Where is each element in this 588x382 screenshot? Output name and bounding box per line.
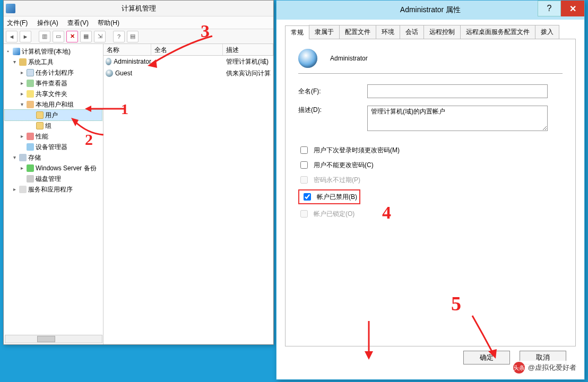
expand-icon[interactable]: ▸: [19, 78, 25, 89]
tree-pane[interactable]: ▪ 计算机管理(本地) ▾ 系统工具 ▸ 任务计划程序 ▸ 事件查看器 ▸: [4, 44, 103, 344]
check-label: 密码永不过期(P): [314, 176, 360, 185]
users-groups-icon: [27, 101, 34, 108]
tree-performance[interactable]: ▸ 性能: [5, 131, 102, 142]
tree-task-scheduler[interactable]: ▸ 任务计划程序: [5, 67, 102, 78]
user-icon: [106, 70, 113, 77]
ok-button[interactable]: 确定: [463, 351, 510, 364]
list-body[interactable]: Administrator 管理计算机(域)的内置帐户 Guest 供来宾访问计…: [103, 56, 273, 344]
tree-users[interactable]: 用户: [5, 110, 102, 120]
menu-action[interactable]: 操作(A): [37, 19, 58, 27]
tree-label: 共享文件夹: [36, 89, 67, 99]
tab-general[interactable]: 常规: [285, 25, 309, 39]
tree-local-users-groups[interactable]: ▾ 本地用户和组: [5, 99, 102, 110]
checkbox[interactable]: [304, 193, 311, 201]
tree-windows-server-backup[interactable]: ▸ Windows Server 备份: [5, 163, 102, 173]
tree-root[interactable]: ▪ 计算机管理(本地): [5, 46, 102, 57]
tree-services-apps[interactable]: ▸ 服务和应用程序: [5, 184, 102, 195]
expand-icon[interactable]: ▸: [19, 89, 25, 99]
description-label: 描述(D):: [298, 106, 367, 115]
tree-storage[interactable]: ▾ 存储: [5, 152, 102, 163]
backup-icon: [27, 164, 34, 172]
tree-disk-management[interactable]: 磁盘管理: [5, 173, 102, 184]
storage-icon: [19, 154, 27, 161]
help-button[interactable]: ?: [538, 1, 561, 16]
computer-icon: [13, 48, 20, 55]
fullname-input[interactable]: [367, 84, 548, 98]
tree-event-viewer[interactable]: ▸ 事件查看器: [5, 78, 102, 89]
column-description[interactable]: 描述: [223, 44, 273, 55]
tab-memberof[interactable]: 隶属于: [309, 25, 340, 39]
checkbox: [300, 176, 308, 184]
dialog-titlebar[interactable]: Administrator 属性 ? ✕: [276, 1, 584, 20]
tree-shared-folders[interactable]: ▸ 共享文件夹: [5, 89, 102, 99]
refresh-button[interactable]: ▦: [80, 31, 92, 42]
tree-system-tools[interactable]: ▾ 系统工具: [5, 57, 102, 67]
help-button[interactable]: ?: [113, 31, 125, 42]
back-button[interactable]: ◄: [6, 31, 18, 42]
tab-profile[interactable]: 配置文件: [339, 25, 376, 39]
computer-management-window: 计算机管理 文件(F) 操作(A) 查看(V) 帮助(H) ◄ ► ▥ ▭ ✕ …: [3, 0, 274, 345]
properties-dialog: Administrator 属性 ? ✕ 常规 隶属于 配置文件 环境 会话 远…: [276, 0, 585, 380]
view-button[interactable]: ▤: [127, 31, 139, 42]
column-name[interactable]: 名称: [103, 44, 151, 55]
tab-dialin[interactable]: 拨入: [535, 25, 559, 39]
checkbox[interactable]: [300, 146, 308, 154]
fullname-row: 全名(F):: [298, 84, 563, 98]
export-button[interactable]: ⇲: [94, 31, 106, 42]
list-row[interactable]: Guest 供来宾访问计算机或访问域的内置帐户: [103, 67, 273, 79]
expand-icon[interactable]: ▪: [5, 46, 11, 57]
check-account-disabled[interactable]: 帐户已禁用(B): [301, 192, 357, 202]
user-icon: [106, 58, 111, 65]
expand-icon[interactable]: ▸: [19, 163, 25, 173]
dialog-body: 常规 隶属于 配置文件 环境 会话 远程控制 远程桌面服务配置文件 拨入 Adm…: [276, 20, 584, 379]
expand-icon[interactable]: ▸: [11, 184, 18, 195]
disk-icon: [27, 175, 34, 183]
expand-icon[interactable]: ▸: [19, 131, 25, 142]
check-must-change[interactable]: 用户下次登录时须更改密码(M): [298, 145, 563, 155]
tab-remote-control[interactable]: 远程控制: [423, 25, 461, 39]
scheduler-icon: [27, 69, 34, 76]
list-row[interactable]: Administrator 管理计算机(域)的内置帐户: [103, 56, 273, 67]
properties-button[interactable]: ▭: [53, 31, 64, 42]
delete-button[interactable]: ✕: [66, 31, 78, 42]
checkbox[interactable]: [300, 161, 308, 169]
tree-label: 性能: [36, 131, 48, 142]
expand-icon[interactable]: ▾: [11, 152, 18, 163]
tree-device-manager[interactable]: 设备管理器: [5, 142, 102, 152]
tree-label: 组: [45, 120, 51, 131]
tab-rds-profile[interactable]: 远程桌面服务配置文件: [460, 25, 535, 39]
menu-view[interactable]: 查看(V): [67, 19, 89, 27]
check-cannot-change[interactable]: 用户不能更改密码(C): [298, 160, 563, 170]
close-button[interactable]: ✕: [561, 1, 584, 16]
scrollbar-thumb[interactable]: [37, 336, 55, 342]
checkbox-group: 用户下次登录时须更改密码(M) 用户不能更改密码(C) 密码永不过期(P) 帐户…: [298, 145, 563, 219]
expand-icon[interactable]: ▾: [11, 57, 18, 67]
check-never-expire: 密码永不过期(P): [298, 175, 563, 185]
folder-icon: [36, 111, 44, 119]
horizontal-scrollbar[interactable]: [5, 335, 102, 343]
divider: [298, 73, 563, 74]
forward-button[interactable]: ►: [20, 31, 31, 42]
tree-label: 本地用户和组: [36, 99, 74, 110]
tree-groups[interactable]: 组: [5, 120, 102, 131]
user-avatar-icon: [298, 49, 317, 68]
expand-icon[interactable]: ▾: [19, 99, 25, 110]
column-fullname[interactable]: 全名: [151, 44, 223, 55]
window-titlebar[interactable]: 计算机管理: [4, 1, 273, 16]
tree-label: Windows Server 备份: [36, 163, 97, 173]
performance-icon: [27, 133, 34, 140]
tab-environment[interactable]: 环境: [376, 25, 400, 39]
menu-help[interactable]: 帮助(H): [98, 19, 119, 27]
event-icon: [27, 80, 34, 87]
services-icon: [19, 186, 27, 193]
description-input[interactable]: [367, 106, 548, 131]
device-icon: [27, 143, 34, 151]
up-button[interactable]: ▥: [39, 31, 50, 42]
app-icon: [6, 4, 15, 13]
tab-sessions[interactable]: 会话: [400, 25, 424, 39]
user-header: Administrator: [298, 49, 563, 68]
expand-icon[interactable]: ▸: [19, 67, 25, 78]
menu-file[interactable]: 文件(F): [7, 19, 28, 27]
toolbar: ◄ ► ▥ ▭ ✕ ▦ ⇲ ? ▤: [4, 29, 273, 44]
checkbox: [300, 210, 308, 218]
